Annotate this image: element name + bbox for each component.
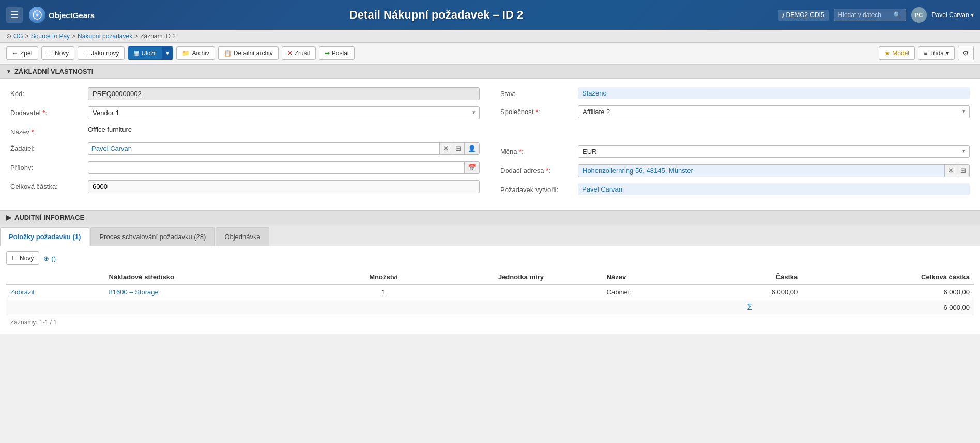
archive-button[interactable]: 📁 Archiv xyxy=(176,46,215,60)
list-icon: ≡ xyxy=(924,50,927,57)
dodavatel-select[interactable]: Vendor 1 xyxy=(88,106,480,119)
new-icon: ☐ xyxy=(47,50,53,57)
form-row-prilohy: Přílohy: 📅 xyxy=(10,161,480,174)
audit-info-header[interactable]: ▶ AUDITNÍ INFORMACE xyxy=(0,210,980,225)
address-clear-button[interactable]: ✕ xyxy=(944,165,957,177)
zadatel-value: ✕ ⊞ 👤 xyxy=(88,142,480,155)
mena-select-wrapper: EUR xyxy=(578,145,970,158)
save-dropdown-button[interactable]: ▾ xyxy=(162,47,173,59)
model-button[interactable]: ★ Model xyxy=(879,46,915,60)
dodavatel-select-wrapper: Vendor 1 xyxy=(88,106,480,119)
dodaci-adresa-value: Hohenzollernring 56, 48145, Münster ✕ ⊞ xyxy=(578,164,970,177)
logo: ObjectGears xyxy=(29,7,95,23)
instance-badge: i DEMO2-CDI5 xyxy=(778,10,829,21)
items-table: Nákladové středisko Množství Jednotka mí… xyxy=(6,270,974,315)
zadatel-person-button[interactable]: 👤 xyxy=(464,143,479,154)
address-link[interactable]: Hohenzollernring 56, 48145, Münster xyxy=(578,165,944,177)
tab-objednavka[interactable]: Objednávka xyxy=(216,227,269,246)
breadcrumb-home-icon: ⊙ xyxy=(6,33,11,40)
pozadavek-vytvoril-value: Pavel Carvan xyxy=(578,183,970,195)
cell-zobrazit: Zobrazit xyxy=(6,284,105,299)
address-add-button[interactable]: ⊞ xyxy=(957,165,969,177)
form-row-dodaci-adresa: Dodací adresa *: Hohenzollernring 56, 48… xyxy=(500,164,970,177)
form-grid: Kód: Dodavatel *: Vendor 1 xyxy=(10,87,970,201)
tabs-container: Položky požadavku (1) Proces schvalování… xyxy=(0,225,980,246)
new-button[interactable]: ☐ Nový xyxy=(41,46,74,60)
save-button[interactable]: ▦ Uložit xyxy=(128,47,162,59)
prilohy-input-group: 📅 xyxy=(88,161,480,174)
menu-button[interactable]: ☰ xyxy=(6,7,23,23)
search-icon: 🔍 xyxy=(893,11,901,19)
add-circle-button[interactable]: ⊕ () xyxy=(43,255,56,262)
prilohy-value: 📅 xyxy=(88,161,480,174)
as-new-button[interactable]: ☐ Jako nový xyxy=(78,46,125,60)
breadcrumb-og[interactable]: OG xyxy=(13,33,23,40)
form-row-spolecnost: Společnost *: Affiliate 2 xyxy=(500,105,970,118)
kod-label: Kód: xyxy=(10,87,88,98)
toolbar: ← Zpět ☐ Nový ☐ Jako nový ▦ Uložit ▾ 📁 A… xyxy=(0,43,980,64)
form-row-kod: Kód: xyxy=(10,87,480,100)
breadcrumb-source-to-pay[interactable]: Source to Pay xyxy=(31,33,70,40)
info-icon: i xyxy=(782,11,784,19)
tab-polozky[interactable]: Položky požadavku (1) xyxy=(0,227,89,246)
class-button[interactable]: ≡ Třída ▾ xyxy=(918,46,955,60)
col-header-empty xyxy=(6,270,105,284)
mena-select[interactable]: EUR xyxy=(578,145,970,158)
detail-archive-button[interactable]: 📋 Detailní archiv xyxy=(218,46,279,60)
kod-input[interactable] xyxy=(88,87,480,100)
search-input[interactable] xyxy=(838,11,890,19)
cancel-button[interactable]: ✕ Zrušit xyxy=(282,46,316,60)
cell-jednotka-miry xyxy=(439,284,602,299)
spolecnost-label: Společnost *: xyxy=(500,105,578,116)
form-row-pozadavek-vytvoril: Požadavek vytvořil: Pavel Carvan xyxy=(500,183,970,195)
prilohy-input[interactable] xyxy=(88,162,464,173)
sigma-empty-2 xyxy=(105,299,328,315)
table-area: ☐ Nový ⊕ () Nákladové středisko Množství… xyxy=(0,246,980,334)
breadcrumb-nakupni-pozadavek[interactable]: Nákupní požadavek xyxy=(78,33,132,40)
form-row-spacer xyxy=(500,124,970,139)
zadatel-input[interactable] xyxy=(88,143,439,154)
pozadavek-vytvoril-link[interactable]: Pavel Carvan xyxy=(578,183,970,195)
stav-link[interactable]: Staženo xyxy=(578,87,970,99)
search-box[interactable]: 🔍 xyxy=(834,9,906,21)
celkova-input[interactable] xyxy=(88,180,480,193)
table-toolbar: ☐ Nový ⊕ () xyxy=(6,251,974,265)
dodavatel-label: Dodavatel *: xyxy=(10,106,88,117)
basic-properties-header[interactable]: ▼ ZÁKLADNÍ VLASTNOSTI xyxy=(0,64,980,79)
plus-circle-icon: ⊕ xyxy=(43,255,49,262)
stav-label: Stav: xyxy=(500,87,578,98)
address-input-group: Hohenzollernring 56, 48145, Münster ✕ ⊞ xyxy=(578,164,970,177)
calendar-icon[interactable]: 📅 xyxy=(464,162,479,173)
spolecnost-required: * xyxy=(535,108,538,116)
settings-button[interactable]: ⚙ xyxy=(958,46,974,60)
send-button[interactable]: ➡ Poslat xyxy=(319,46,355,60)
pozadavek-vytvoril-label: Požadavek vytvořil: xyxy=(500,183,578,194)
celkova-label: Celková částka: xyxy=(10,180,88,191)
zadatel-add-button[interactable]: ⊞ xyxy=(452,143,464,154)
sigma-empty-5 xyxy=(603,299,698,315)
cell-mnozstvi: 1 xyxy=(328,284,440,299)
save-split-button[interactable]: ▦ Uložit ▾ xyxy=(128,46,173,60)
sigma-empty-3 xyxy=(328,299,440,315)
records-text: Záznamy: 1-1 / 1 xyxy=(6,315,974,329)
zadatel-clear-button[interactable]: ✕ xyxy=(439,143,452,154)
back-icon: ← xyxy=(12,50,18,57)
hamburger-icon: ☰ xyxy=(10,10,19,20)
col-header-mnozstvi: Množství xyxy=(328,270,440,284)
spolecnost-select-wrapper: Affiliate 2 xyxy=(578,105,970,118)
form-row-stav: Stav: Staženo xyxy=(500,87,970,99)
form-row-celkova: Celková částka: xyxy=(10,180,480,193)
username[interactable]: Pavel Carvan ▾ xyxy=(932,11,974,19)
back-button[interactable]: ← Zpět xyxy=(6,46,38,60)
cell-castka: 6 000,00 xyxy=(698,284,802,299)
zobrazit-link[interactable]: Zobrazit xyxy=(10,288,35,296)
nazev-required: * xyxy=(31,128,34,136)
table-row: Zobrazit 81600 – Storage 1 Cabinet 6 000… xyxy=(6,284,974,299)
avatar: PC xyxy=(911,7,927,23)
nazev-value: Office furniture xyxy=(88,125,480,133)
class-dropdown-icon: ▾ xyxy=(946,50,949,57)
table-new-button[interactable]: ☐ Nový xyxy=(6,251,39,265)
spolecnost-select[interactable]: Affiliate 2 xyxy=(578,105,970,118)
tab-proces[interactable]: Proces schvalování požadavku (28) xyxy=(90,227,215,246)
storage-link[interactable]: 81600 – Storage xyxy=(109,288,159,296)
